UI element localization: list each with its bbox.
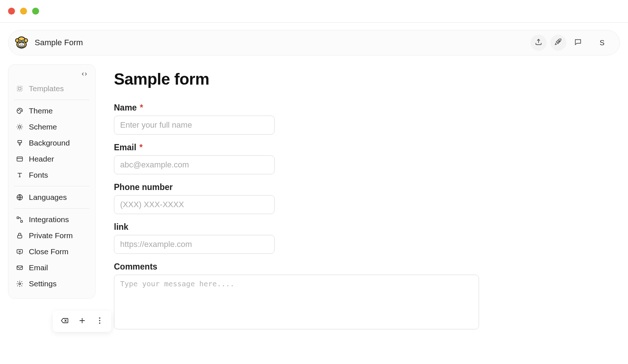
add-field-button[interactable] <box>76 315 88 327</box>
sidebar-item-label: Integrations <box>29 215 69 224</box>
sidebar-item-label: Scheme <box>29 123 57 131</box>
svg-point-7 <box>19 41 20 42</box>
form-preview: Sample form Name * Email * Phone number … <box>107 64 619 339</box>
sidebar-item-label: Settings <box>29 279 57 288</box>
label-text: Name <box>114 103 137 112</box>
field-comments: Comments <box>114 262 612 331</box>
sidebar-item-label: Email <box>29 263 48 272</box>
required-mark: * <box>139 143 143 152</box>
sidebar-item-background[interactable]: Background <box>14 135 90 151</box>
sidebar-item-templates[interactable]: Templates <box>14 81 90 97</box>
label-text: Phone number <box>114 182 173 192</box>
comments-textarea[interactable] <box>114 275 479 329</box>
sidebar-item-label: Private Form <box>29 231 73 240</box>
layout-header-icon <box>16 155 24 163</box>
divider <box>14 208 89 209</box>
close-form-icon <box>16 248 24 256</box>
sidebar-item-languages[interactable]: Languages <box>14 189 90 205</box>
svg-point-10 <box>22 44 23 44</box>
window-maximize-dot[interactable] <box>32 8 39 15</box>
rocket-icon <box>554 38 562 47</box>
sidebar-item-private-form[interactable]: Private Form <box>14 228 90 244</box>
user-avatar[interactable]: S <box>594 35 610 51</box>
plus-icon <box>78 316 87 326</box>
sidebar-item-label: Fonts <box>29 171 48 179</box>
svg-point-15 <box>19 109 20 110</box>
app-logo-icon <box>15 36 28 49</box>
email-input[interactable] <box>114 155 275 174</box>
code-toggle-button[interactable] <box>80 70 89 79</box>
palette-icon <box>16 107 24 115</box>
comments-button[interactable] <box>570 35 586 51</box>
form-title: Sample form <box>114 70 612 88</box>
svg-point-16 <box>21 110 22 111</box>
sidebar-item-label: Theme <box>29 107 53 115</box>
brush-icon <box>16 139 24 147</box>
lock-icon <box>16 232 24 240</box>
sidebar: Templates Theme Scheme Background Header… <box>8 64 96 299</box>
globe-icon <box>16 193 24 201</box>
divider <box>14 186 89 186</box>
window-minimize-dot[interactable] <box>20 8 27 15</box>
svg-point-11 <box>559 40 560 41</box>
svg-rect-12 <box>17 86 22 91</box>
field-name: Name * <box>114 103 612 135</box>
main-body: Templates Theme Scheme Background Header… <box>0 55 628 339</box>
delete-field-button[interactable] <box>59 315 70 327</box>
mail-icon <box>16 264 24 272</box>
svg-rect-22 <box>18 235 22 238</box>
share-button[interactable] <box>531 35 547 51</box>
publish-button[interactable] <box>550 35 566 51</box>
field-label: Comments <box>114 262 612 272</box>
gear-icon <box>16 280 24 288</box>
more-vertical-icon <box>95 316 104 326</box>
divider <box>14 100 89 100</box>
name-input[interactable] <box>114 116 275 135</box>
svg-rect-18 <box>17 157 23 161</box>
sidebar-item-fonts[interactable]: Fonts <box>14 167 90 183</box>
svg-point-25 <box>19 283 21 285</box>
svg-point-8 <box>23 41 24 42</box>
svg-point-26 <box>99 317 100 319</box>
sidebar-item-label: Background <box>29 139 70 147</box>
code-icon <box>81 71 88 79</box>
sidebar-item-close-form[interactable]: Close Form <box>14 244 90 260</box>
sidebar-item-label: Header <box>29 155 54 163</box>
upload-icon <box>535 38 543 47</box>
svg-point-4 <box>18 43 25 47</box>
sidebar-item-header[interactable]: Header <box>14 151 90 167</box>
field-more-button[interactable] <box>94 315 106 327</box>
label-text: Comments <box>114 262 157 271</box>
svg-rect-20 <box>17 217 19 219</box>
form-name[interactable]: Sample Form <box>35 38 83 47</box>
label-text: link <box>114 222 129 232</box>
field-label: link <box>114 222 612 232</box>
svg-rect-21 <box>21 221 23 222</box>
field-link: link <box>114 222 612 254</box>
sidebar-item-scheme[interactable]: Scheme <box>14 119 90 135</box>
field-label: Phone number <box>114 182 612 192</box>
window-titlebar <box>0 0 628 23</box>
window-close-dot[interactable] <box>8 8 15 15</box>
link-input[interactable] <box>114 235 275 254</box>
type-icon <box>16 171 24 179</box>
svg-point-17 <box>19 126 21 128</box>
field-label: Name * <box>114 103 612 113</box>
required-mark: * <box>140 103 143 112</box>
sidebar-item-settings[interactable]: Settings <box>14 276 90 292</box>
svg-point-9 <box>20 44 21 44</box>
field-toolbar <box>53 311 111 332</box>
field-email: Email * <box>114 143 612 174</box>
app-header: Sample Form S <box>8 30 620 55</box>
svg-rect-13 <box>19 88 21 90</box>
sidebar-item-label: Languages <box>29 193 67 202</box>
sidebar-item-integrations[interactable]: Integrations <box>14 212 90 228</box>
svg-point-14 <box>18 110 19 111</box>
sidebar-item-email[interactable]: Email <box>14 260 90 276</box>
delete-icon <box>60 316 69 326</box>
phone-input[interactable] <box>114 195 275 214</box>
sidebar-item-label: Close Form <box>29 247 69 256</box>
sidebar-item-theme[interactable]: Theme <box>14 103 90 119</box>
templates-icon <box>16 85 24 93</box>
sidebar-item-label: Templates <box>29 84 64 93</box>
